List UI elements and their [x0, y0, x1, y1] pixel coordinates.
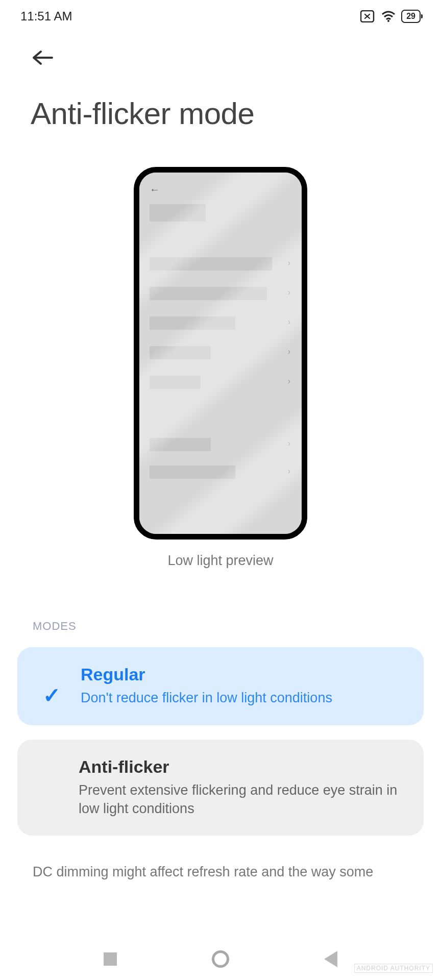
- chevron-right-icon: ›: [288, 347, 290, 356]
- navigation-bar: [0, 938, 441, 980]
- status-right: 29: [360, 10, 421, 23]
- chevron-right-icon: ›: [288, 317, 290, 327]
- footer-hint: DC dimming might affect refresh rate and…: [0, 850, 441, 880]
- nav-home-icon[interactable]: [212, 950, 229, 968]
- option-description: Don't reduce flicker in low light condit…: [81, 689, 406, 707]
- status-bar: 11:51 AM 29: [0, 0, 441, 28]
- preview-placeholder: [150, 316, 235, 330]
- preview-placeholder: [150, 287, 267, 300]
- chevron-right-icon: ›: [288, 439, 290, 448]
- preview-placeholder: [150, 346, 211, 359]
- preview-placeholder: [150, 257, 272, 271]
- chevron-right-icon: ›: [288, 258, 290, 267]
- option-title: Regular: [81, 665, 406, 684]
- chevron-right-icon: ›: [288, 288, 290, 297]
- preview-caption: Low light preview: [167, 553, 273, 569]
- nav-recents-icon[interactable]: [104, 952, 117, 966]
- preview-section: ← › › › › › › › Low light preview: [0, 152, 441, 599]
- chevron-right-icon: ›: [288, 377, 290, 386]
- check-icon: ✓: [43, 683, 61, 708]
- option-title: Anti-flicker: [79, 757, 406, 777]
- preview-placeholder: [150, 376, 201, 389]
- option-description: Prevent extensive flickering and reduce …: [79, 781, 406, 818]
- preview-placeholder: [150, 438, 211, 451]
- nav-back-icon[interactable]: [324, 951, 337, 967]
- modes-section-label: MODES: [0, 599, 441, 647]
- preview-placeholder: [150, 465, 235, 479]
- svg-point-1: [387, 20, 389, 22]
- back-button[interactable]: [31, 48, 55, 70]
- battery-icon: 29: [401, 10, 421, 23]
- status-time: 11:51 AM: [20, 9, 72, 23]
- preview-placeholder: [150, 204, 206, 222]
- watermark: ANDROID AUTHORITY: [354, 964, 433, 973]
- page-title: Anti-flicker mode: [0, 81, 441, 152]
- battery-level: 29: [406, 12, 415, 20]
- mode-option-regular[interactable]: ✓ Regular Don't reduce flicker in low li…: [17, 647, 424, 725]
- chevron-right-icon: ›: [288, 467, 290, 476]
- rotation-lock-icon: [360, 10, 376, 22]
- preview-back-icon: ←: [150, 184, 160, 195]
- mode-option-anti-flicker[interactable]: Anti-flicker Prevent extensive flickerin…: [17, 740, 424, 836]
- wifi-icon: [381, 10, 396, 22]
- phone-preview: ← › › › › › › ›: [134, 167, 307, 540]
